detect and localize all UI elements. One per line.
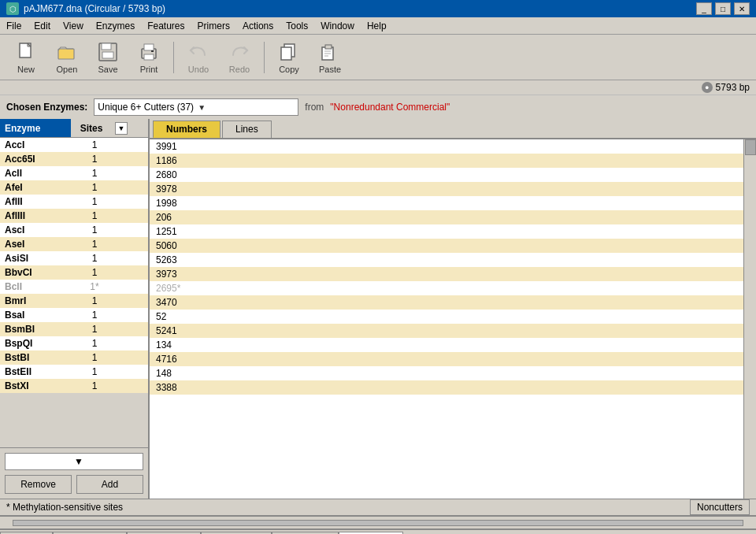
enzyme-name: AflIII	[0, 210, 71, 221]
enzyme-sites: 1	[71, 139, 118, 150]
table-row[interactable]: AclI1	[0, 166, 148, 180]
tab-lines[interactable]: Lines	[222, 121, 272, 138]
number-row: 3978	[150, 182, 743, 196]
horizontal-scrollbar[interactable]	[0, 516, 756, 528]
bottom-tabs: ◉ Map ≡ Sequence ✂ Enzymes ▶ Features → …	[0, 528, 756, 534]
open-icon	[55, 41, 79, 63]
table-row[interactable]: AflIII1	[0, 209, 148, 223]
source-label: "Nonredundant Commercial"	[330, 102, 450, 113]
h-scroll-track	[13, 520, 743, 526]
table-row[interactable]: AsiSI1	[0, 251, 148, 265]
table-row[interactable]: AccI1	[0, 138, 148, 152]
svg-rect-5	[102, 43, 111, 50]
table-row[interactable]: AflII1	[0, 195, 148, 209]
new-button[interactable]: New	[6, 38, 46, 77]
enzyme-table-body[interactable]: AccI1Acc65I1AclI1AfeI1AflII1AflIII1AscI1…	[0, 138, 148, 447]
open-button[interactable]: Open	[47, 38, 87, 77]
table-row[interactable]: BclI1*	[0, 280, 148, 294]
table-row[interactable]: BsmBI1	[0, 322, 148, 336]
table-row[interactable]: AseI1	[0, 237, 148, 251]
number-row: 4716	[150, 352, 743, 366]
enzyme-dropdown-value: Unique 6+ Cutters (37)	[98, 102, 195, 113]
paste-label: Paste	[319, 65, 341, 74]
remove-button[interactable]: Remove	[5, 475, 72, 494]
window-controls: _ □ ✕	[696, 2, 750, 15]
enzyme-btn-row: Remove Add	[5, 475, 143, 494]
table-row[interactable]: AfeI1	[0, 180, 148, 195]
enzyme-dropdown[interactable]: Unique 6+ Cutters (37) ▼	[94, 98, 298, 116]
add-button[interactable]: Add	[76, 475, 143, 494]
toolbar-sep-2	[264, 42, 265, 73]
save-button[interactable]: Save	[88, 38, 128, 77]
enzyme-name: BsaI	[0, 310, 71, 321]
minimize-btn[interactable]: _	[696, 2, 712, 15]
table-row[interactable]: Acc65I1	[0, 152, 148, 166]
menu-actions[interactable]: Actions	[236, 19, 280, 33]
left-panel-bottom: ▼ Remove Add	[0, 447, 148, 499]
enzyme-name: BsmBI	[0, 324, 71, 335]
undo-button[interactable]: Undo	[179, 38, 218, 77]
noncutters-button[interactable]: Noncutters	[690, 499, 750, 515]
table-row[interactable]: BstEII1	[0, 365, 148, 379]
enzyme-sites: 1	[71, 154, 118, 165]
menu-file[interactable]: File	[0, 19, 28, 33]
menu-primers[interactable]: Primers	[191, 19, 236, 33]
copy-button[interactable]: Copy	[269, 38, 309, 77]
new-label: New	[17, 65, 35, 74]
menu-tools[interactable]: Tools	[280, 19, 314, 33]
table-row[interactable]: BmrI1	[0, 294, 148, 308]
right-panel: Numbers Lines 39911186268039781998206125…	[150, 119, 756, 499]
table-row[interactable]: BstXI1	[0, 379, 148, 393]
new-icon	[14, 41, 38, 63]
number-row: 3388	[150, 380, 743, 395]
number-row: 3991	[150, 139, 743, 154]
number-row: 1998	[150, 196, 743, 210]
window-title: pAJM677.dna (Circular / 5793 bp)	[24, 3, 165, 14]
svg-rect-10	[151, 50, 154, 52]
table-row[interactable]: BspQI1	[0, 336, 148, 350]
maximize-btn[interactable]: □	[715, 2, 731, 15]
menu-view[interactable]: View	[57, 19, 90, 33]
chevron-down-icon: ▼	[198, 103, 295, 112]
menu-bar: File Edit View Enzymes Features Primers …	[0, 17, 756, 35]
enzyme-name: Acc65I	[0, 154, 71, 165]
svg-rect-3	[58, 49, 74, 59]
paste-icon	[318, 41, 342, 63]
title-bar: ⬡ pAJM677.dna (Circular / 5793 bp) _ □ ✕	[0, 0, 756, 17]
right-scrollbar[interactable]	[743, 139, 756, 499]
menu-help[interactable]: Help	[361, 19, 393, 33]
print-button[interactable]: Print	[129, 38, 169, 77]
enzyme-name: BbvCI	[0, 267, 71, 278]
undo-icon	[187, 41, 210, 63]
number-row: 5241	[150, 324, 743, 338]
enzyme-sites: 1	[71, 210, 118, 221]
paste-button[interactable]: Paste	[310, 38, 350, 77]
enzyme-name: BmrI	[0, 295, 71, 306]
menu-features[interactable]: Features	[141, 19, 191, 33]
svg-rect-12	[281, 47, 291, 60]
close-btn[interactable]: ✕	[734, 2, 750, 15]
tab-numbers[interactable]: Numbers	[153, 121, 220, 138]
print-label: Print	[140, 65, 158, 74]
sites-col-header: Sites	[71, 119, 112, 137]
number-row: 134	[150, 338, 743, 352]
table-row[interactable]: AscI1	[0, 223, 148, 237]
sort-arrow-btn[interactable]: ▼	[115, 122, 128, 135]
numbers-body[interactable]: 3991118626803978199820612515060526339732…	[150, 139, 743, 499]
enzyme-name: AfeI	[0, 182, 71, 193]
enzyme-name: AsiSI	[0, 253, 71, 264]
menu-edit[interactable]: Edit	[28, 19, 57, 33]
number-row: 52	[150, 310, 743, 324]
main-area: Chosen Enzymes: Unique 6+ Cutters (37) ▼…	[0, 95, 756, 528]
table-row[interactable]: BstBI1	[0, 350, 148, 365]
menu-enzymes[interactable]: Enzymes	[90, 19, 141, 33]
redo-button[interactable]: Redo	[220, 38, 259, 77]
redo-icon	[228, 41, 251, 63]
enzyme-filter-dropdown[interactable]: ▼	[5, 453, 143, 470]
menu-window[interactable]: Window	[314, 19, 361, 33]
table-row[interactable]: BbvCI1	[0, 265, 148, 280]
enzyme-sites: 1	[71, 267, 118, 278]
svg-rect-14	[325, 45, 332, 49]
app-icon: ⬡	[6, 2, 19, 15]
table-row[interactable]: BsaI1	[0, 308, 148, 322]
